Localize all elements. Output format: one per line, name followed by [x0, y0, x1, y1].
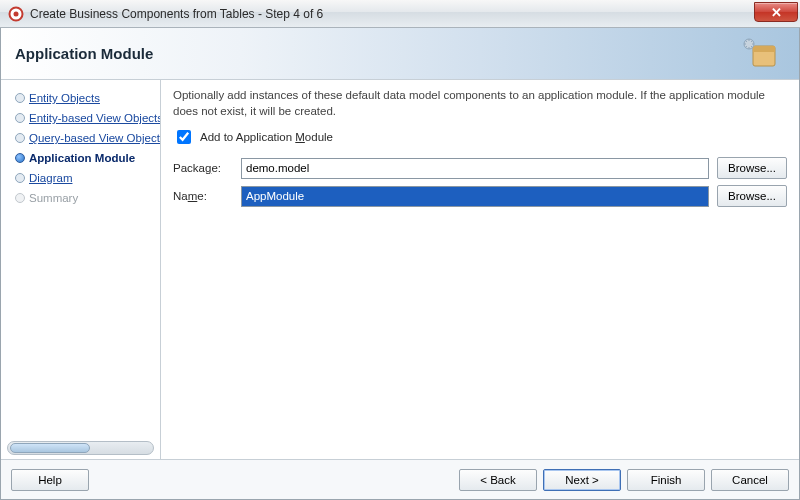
step-label: Summary	[29, 192, 78, 204]
app-module-form: Package: Browse... Name: Browse...	[173, 157, 787, 207]
step-label: Application Module	[29, 152, 135, 164]
wizard-steps-sidebar: Entity Objects Entity-based View Objects…	[1, 80, 161, 459]
step-link: Query-based View Objects	[29, 132, 160, 144]
step-link: Entity-based View Objects	[29, 112, 160, 124]
svg-point-1	[14, 11, 19, 16]
svg-rect-3	[753, 46, 775, 52]
name-input[interactable]	[241, 186, 709, 207]
step-query-view-objects[interactable]: Query-based View Objects	[11, 128, 156, 148]
step-entity-objects[interactable]: Entity Objects	[11, 88, 156, 108]
window-title: Create Business Components from Tables -…	[30, 7, 323, 21]
back-button[interactable]: < Back	[459, 469, 537, 491]
step-entity-view-objects[interactable]: Entity-based View Objects	[11, 108, 156, 128]
main-split: Entity Objects Entity-based View Objects…	[1, 80, 799, 459]
add-to-app-module-label: Add to Application Module	[200, 131, 333, 143]
package-browse-button[interactable]: Browse...	[717, 157, 787, 179]
name-browse-button[interactable]: Browse...	[717, 185, 787, 207]
step-link: Diagram	[29, 172, 72, 184]
cancel-button[interactable]: Cancel	[711, 469, 789, 491]
package-label: Package:	[173, 162, 233, 174]
name-label: Name:	[173, 190, 233, 202]
close-icon: ✕	[771, 6, 782, 19]
finish-button[interactable]: Finish	[627, 469, 705, 491]
help-button[interactable]: Help	[11, 469, 89, 491]
next-button[interactable]: Next >	[543, 469, 621, 491]
wizard-content: Optionally add instances of these defaul…	[161, 80, 799, 459]
wizard-nav-bar: Help < Back Next > Finish Cancel	[1, 459, 799, 499]
step-diagram[interactable]: Diagram	[11, 168, 156, 188]
wizard-banner: Application Module	[1, 28, 799, 80]
step-summary: Summary	[11, 188, 156, 208]
titlebar: Create Business Components from Tables -…	[0, 0, 800, 28]
banner-decoration-icon	[739, 36, 783, 72]
window-body: Application Module Entity Objects Entity…	[0, 28, 800, 500]
sidebar-horizontal-scrollbar[interactable]	[7, 441, 154, 455]
scrollbar-thumb[interactable]	[10, 443, 90, 453]
step-link: Entity Objects	[29, 92, 100, 104]
app-icon	[8, 6, 24, 22]
add-to-app-module-checkbox[interactable]	[177, 130, 191, 144]
step-application-module[interactable]: Application Module	[11, 148, 156, 168]
page-description: Optionally add instances of these defaul…	[173, 88, 787, 119]
add-to-app-module-row: Add to Application Module	[173, 127, 787, 147]
page-heading: Application Module	[15, 45, 153, 62]
close-button[interactable]: ✕	[754, 2, 798, 22]
package-input[interactable]	[241, 158, 709, 179]
